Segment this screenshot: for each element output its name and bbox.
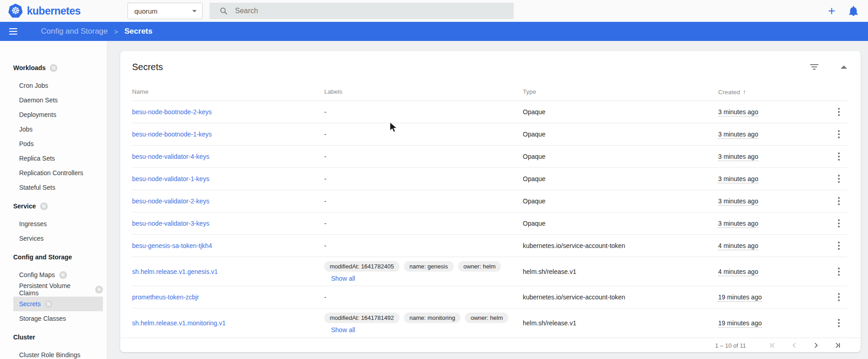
- labels-cell: modifiedAt: 1641782405name: genesisowner…: [324, 258, 523, 286]
- labels-empty: -: [324, 293, 523, 301]
- sidebar-item-pods[interactable]: Pods: [13, 137, 103, 151]
- namespaced-badge: N: [50, 64, 57, 72]
- secret-created: 3 minutes ago: [718, 108, 758, 116]
- sidebar-section-heading: Cluster: [0, 329, 107, 346]
- sidebar-item-services[interactable]: Services: [13, 231, 103, 246]
- secret-created: 3 minutes ago: [718, 153, 758, 161]
- secret-created: 3 minutes ago: [718, 197, 758, 206]
- secret-name-link[interactable]: besu-node-validator-4-keys: [132, 153, 209, 160]
- sidebar-section-items: Config Maps N Persistent Volume Claims N…: [0, 268, 107, 326]
- secret-created: 3 minutes ago: [718, 131, 758, 139]
- last-page-button[interactable]: [833, 341, 842, 350]
- secret-name-link[interactable]: besu-node-validator-1-keys: [132, 175, 209, 182]
- column-header-created[interactable]: Created↑: [718, 88, 829, 96]
- sidebar-item-deployments[interactable]: Deployments: [13, 107, 103, 122]
- sidebar-section: Service N Ingresses Services: [0, 197, 107, 246]
- sidebar-item-label: Services: [19, 235, 44, 242]
- notifications-bell-icon[interactable]: [849, 6, 858, 16]
- row-actions-kebab-icon[interactable]: [835, 239, 842, 253]
- sidebar-item-config-maps[interactable]: Config Maps N: [13, 268, 103, 282]
- label-chips: modifiedAt: 1641781492name: monitoringow…: [324, 313, 523, 323]
- column-header-labels[interactable]: Labels: [324, 88, 523, 95]
- secret-type: Opaque: [523, 175, 718, 182]
- sidebar-item-cluster-role-bindings[interactable]: Cluster Role Bindings: [13, 348, 103, 359]
- row-actions-kebab-icon[interactable]: [835, 290, 842, 304]
- secret-created: 4 minutes ago: [718, 242, 758, 250]
- sidebar-item-jobs[interactable]: Jobs: [13, 122, 103, 137]
- namespaced-badge: N: [95, 286, 103, 293]
- secret-name-link[interactable]: besu-node-bootnode-2-keys: [132, 108, 212, 116]
- labels-cell: -: [324, 216, 523, 231]
- table-row: besu-node-bootnode-1-keys - Opaque 3 min…: [132, 123, 847, 146]
- search-icon: [220, 7, 228, 15]
- column-header-name[interactable]: Name: [132, 88, 324, 95]
- row-actions-kebab-icon[interactable]: [835, 265, 842, 278]
- hamburger-menu-icon[interactable]: [9, 28, 17, 35]
- column-header-type[interactable]: Type: [523, 88, 718, 95]
- row-actions-kebab-icon[interactable]: [835, 105, 842, 119]
- sidebar-item-label: Cluster Role Bindings: [19, 351, 81, 359]
- sidebar-item-cron-jobs[interactable]: Cron Jobs: [13, 78, 103, 93]
- sidebar-item-stateful-sets[interactable]: Stateful Sets: [13, 180, 103, 195]
- secret-name-link[interactable]: besu-node-validator-2-keys: [132, 197, 209, 205]
- table-paginator: 1 – 10 of 11: [120, 338, 861, 352]
- secret-name-link[interactable]: besu-node-validator-3-keys: [132, 220, 209, 227]
- sidebar-item-daemon-sets[interactable]: Daemon Sets: [13, 93, 103, 107]
- filter-icon[interactable]: [809, 61, 820, 72]
- sidebar-section-label: Config and Storage: [13, 253, 72, 261]
- sidebar-item-label: Ingresses: [19, 220, 47, 228]
- sidebar-section: Cluster Cluster Role Bindings: [0, 329, 107, 359]
- breadcrumb-parent-link[interactable]: Config and Storage: [41, 27, 108, 36]
- row-actions-kebab-icon[interactable]: [835, 127, 842, 141]
- sidebar-item-storage-classes[interactable]: Storage Classes: [13, 311, 103, 326]
- sidebar-section-heading: Workloads N: [0, 59, 107, 76]
- secret-created: 19 minutes ago: [718, 293, 762, 302]
- breadcrumb-bar: Config and Storage > Secrets: [0, 22, 868, 41]
- row-actions-kebab-icon[interactable]: [835, 150, 842, 163]
- secret-name-link[interactable]: sh.helm.release.v1.genesis.v1: [132, 268, 218, 275]
- sidebar-section-label: Cluster: [13, 334, 35, 341]
- show-all-labels-link[interactable]: Show all: [331, 326, 523, 334]
- sidebar-item-replica-sets[interactable]: Replica Sets: [13, 151, 103, 166]
- sidebar-item-secrets[interactable]: Secrets N: [13, 297, 103, 311]
- secret-name-link[interactable]: prometheus-token-zcbjr: [132, 293, 199, 301]
- show-all-labels-link[interactable]: Show all: [331, 275, 523, 282]
- secret-type: helm.sh/release.v1: [523, 268, 718, 275]
- namespace-selector[interactable]: quorum: [128, 3, 203, 19]
- breadcrumb: Config and Storage > Secrets: [41, 27, 153, 36]
- collapse-card-icon[interactable]: [841, 66, 847, 69]
- sidebar-item-ingresses[interactable]: Ingresses: [13, 217, 103, 231]
- namespaced-badge: N: [40, 202, 48, 210]
- secret-type: Opaque: [523, 197, 718, 205]
- row-actions-kebab-icon[interactable]: [835, 217, 842, 230]
- secret-type: Opaque: [523, 108, 718, 116]
- row-actions-kebab-icon[interactable]: [835, 316, 842, 330]
- sort-ascending-icon: ↑: [743, 88, 746, 96]
- secret-created: 4 minutes ago: [718, 268, 758, 276]
- nav-sidebar: Workloads N Cron Jobs Daemon Sets Deploy…: [0, 41, 107, 359]
- sidebar-item-persistent-volume-claims[interactable]: Persistent Volume Claims N: [13, 282, 103, 297]
- label-chip: modifiedAt: 1641781492: [324, 313, 399, 323]
- secret-name-link[interactable]: besu-node-bootnode-1-keys: [132, 131, 212, 138]
- sidebar-item-label: Storage Classes: [19, 315, 66, 322]
- sidebar-item-replication-controllers[interactable]: Replication Controllers: [13, 166, 103, 180]
- create-resource-button[interactable]: +: [828, 5, 835, 17]
- table-row: sh.helm.release.v1.genesis.v1 modifiedAt…: [132, 257, 847, 286]
- sidebar-item-label: Replica Sets: [19, 155, 55, 162]
- secret-name-link[interactable]: sh.helm.release.v1.monitoring.v1: [132, 319, 225, 327]
- search-bar: [209, 3, 514, 19]
- secret-name-link[interactable]: besu-genesis-sa-token-tjkh4: [132, 242, 212, 249]
- next-page-button[interactable]: [812, 341, 821, 350]
- namespaced-badge: N: [45, 300, 52, 308]
- table-row: besu-node-validator-4-keys - Opaque 3 mi…: [132, 146, 847, 168]
- secrets-card: Secrets Name Labels Type Created↑ be: [120, 51, 861, 352]
- sidebar-item-label: Persistent Volume Claims: [19, 282, 91, 297]
- labels-cell: -: [324, 105, 523, 119]
- search-input[interactable]: [235, 7, 508, 15]
- kubernetes-brand-link[interactable]: ☸ kubernetes: [8, 4, 81, 18]
- sidebar-item-label: Jobs: [19, 126, 33, 133]
- row-actions-kebab-icon[interactable]: [835, 194, 842, 208]
- sidebar-section-items: Ingresses Services: [0, 217, 107, 246]
- labels-empty: -: [324, 242, 523, 249]
- row-actions-kebab-icon[interactable]: [835, 172, 842, 186]
